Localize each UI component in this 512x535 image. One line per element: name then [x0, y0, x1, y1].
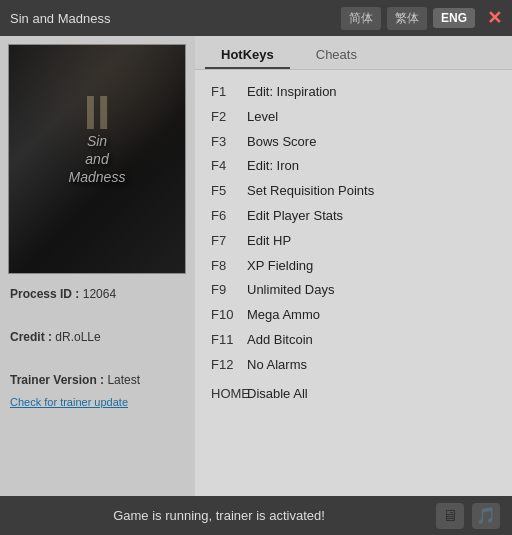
music-icon[interactable]: 🎵	[472, 503, 500, 529]
hotkey-action: Add Bitcoin	[247, 330, 313, 351]
main-content: II Sin and Madness Process ID : 12064 Cr…	[0, 36, 512, 496]
hotkey-key: F4	[211, 156, 247, 177]
credit-value: dR.oLLe	[55, 330, 100, 344]
hotkey-key: F5	[211, 181, 247, 202]
hotkey-key: F3	[211, 132, 247, 153]
status-message: Game is running, trainer is activated!	[12, 508, 426, 523]
hotkey-key: F12	[211, 355, 247, 376]
lang-simplified[interactable]: 简体	[341, 7, 381, 30]
status-bar: Game is running, trainer is activated! 🖥…	[0, 496, 512, 535]
update-link-row: Check for trainer update	[10, 392, 185, 414]
right-panel: HotKeys Cheats F1Edit: InspirationF2Leve…	[195, 36, 512, 496]
trainer-version-row: Trainer Version : Latest	[10, 370, 185, 392]
home-action: Disable All	[247, 384, 308, 405]
tab-bar: HotKeys Cheats	[195, 36, 512, 70]
hotkey-action: Set Requisition Points	[247, 181, 374, 202]
hotkey-key: F1	[211, 82, 247, 103]
home-row: HOMEDisable All	[211, 378, 496, 405]
hotkey-row: F11Add Bitcoin	[211, 328, 496, 353]
lang-traditional[interactable]: 繁体	[387, 7, 427, 30]
close-button[interactable]: ✕	[487, 7, 502, 29]
hotkey-key: F8	[211, 256, 247, 277]
hotkey-key: F2	[211, 107, 247, 128]
hotkey-key: F6	[211, 206, 247, 227]
hotkey-row: F6Edit Player Stats	[211, 204, 496, 229]
hotkey-row: F2Level	[211, 105, 496, 130]
process-id-label: Process ID :	[10, 287, 79, 301]
hotkey-row: F12No Alarms	[211, 353, 496, 378]
tab-cheats[interactable]: Cheats	[300, 42, 373, 69]
hotkey-action: Edit Player Stats	[247, 206, 343, 227]
process-id-value: 12064	[83, 287, 116, 301]
hotkey-row: F10Mega Ammo	[211, 303, 496, 328]
trainer-version-value: Latest	[107, 373, 140, 387]
hotkey-row: F3Bows Score	[211, 130, 496, 155]
hotkey-action: No Alarms	[247, 355, 307, 376]
hotkey-key: F10	[211, 305, 247, 326]
check-update-link[interactable]: Check for trainer update	[10, 396, 128, 408]
left-panel: II Sin and Madness Process ID : 12064 Cr…	[0, 36, 195, 496]
process-info: Process ID : 12064 Credit : dR.oLLe Trai…	[8, 274, 187, 424]
tab-hotkeys[interactable]: HotKeys	[205, 42, 290, 69]
monitor-icon[interactable]: 🖥	[436, 503, 464, 529]
title-bar: Sin and Madness 简体 繁体 ENG ✕	[0, 0, 512, 36]
credit-row: Credit : dR.oLLe	[10, 327, 185, 349]
trainer-version-label: Trainer Version :	[10, 373, 104, 387]
hotkey-action: XP Fielding	[247, 256, 313, 277]
hotkeys-list: F1Edit: InspirationF2LevelF3Bows ScoreF4…	[195, 70, 512, 496]
hotkey-row: F1Edit: Inspiration	[211, 80, 496, 105]
hotkey-key: F11	[211, 330, 247, 351]
home-key: HOME	[211, 384, 247, 405]
hotkey-row: F9Unlimited Days	[211, 278, 496, 303]
hotkey-key: F7	[211, 231, 247, 252]
process-id-row: Process ID : 12064	[10, 284, 185, 306]
hotkey-row: F7Edit HP	[211, 229, 496, 254]
hotkey-action: Edit: Iron	[247, 156, 299, 177]
hotkey-row: F8XP Fielding	[211, 254, 496, 279]
hotkey-action: Mega Ammo	[247, 305, 320, 326]
hotkey-action: Unlimited Days	[247, 280, 334, 301]
game-title-overlay: Sin and Madness	[69, 132, 126, 187]
hotkey-action: Edit HP	[247, 231, 291, 252]
lang-english[interactable]: ENG	[433, 8, 475, 28]
app-title: Sin and Madness	[10, 11, 341, 26]
game-cover-image: II Sin and Madness	[8, 44, 186, 274]
credit-label: Credit :	[10, 330, 52, 344]
hotkey-action: Level	[247, 107, 278, 128]
hotkey-key: F9	[211, 280, 247, 301]
language-buttons: 简体 繁体 ENG ✕	[341, 7, 502, 30]
hotkey-action: Edit: Inspiration	[247, 82, 337, 103]
hotkey-action: Bows Score	[247, 132, 316, 153]
hotkey-row: F5Set Requisition Points	[211, 179, 496, 204]
status-icons: 🖥 🎵	[436, 503, 500, 529]
hotkey-row: F4Edit: Iron	[211, 154, 496, 179]
